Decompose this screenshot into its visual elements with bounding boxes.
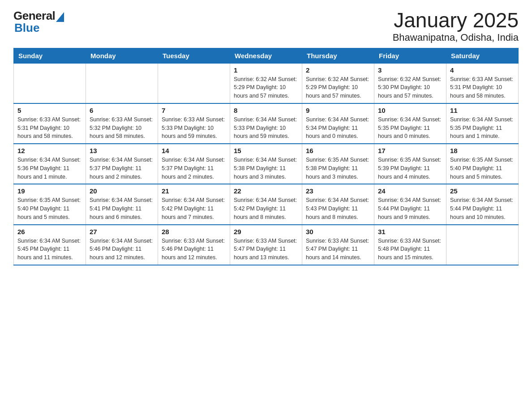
day-info: Sunrise: 6:34 AM Sunset: 5:35 PM Dayligh… (378, 116, 442, 141)
day-info: Sunrise: 6:33 AM Sunset: 5:47 PM Dayligh… (234, 237, 298, 262)
calendar-cell: 11Sunrise: 6:34 AM Sunset: 5:35 PM Dayli… (446, 103, 519, 144)
day-number: 12 (17, 147, 82, 154)
day-number: 10 (378, 107, 442, 114)
day-info: Sunrise: 6:34 AM Sunset: 5:38 PM Dayligh… (234, 156, 298, 181)
day-number: 26 (17, 228, 82, 235)
day-number: 29 (234, 228, 298, 235)
day-number: 30 (306, 228, 370, 235)
calendar-cell: 7Sunrise: 6:33 AM Sunset: 5:33 PM Daylig… (158, 103, 230, 144)
day-number: 28 (162, 228, 226, 235)
weekday-header-monday: Monday (86, 48, 158, 63)
calendar-cell: 27Sunrise: 6:34 AM Sunset: 5:46 PM Dayli… (86, 225, 158, 265)
calendar-cell: 16Sunrise: 6:35 AM Sunset: 5:38 PM Dayli… (302, 144, 374, 184)
day-number: 20 (90, 187, 154, 195)
day-info: Sunrise: 6:32 AM Sunset: 5:30 PM Dayligh… (378, 75, 442, 100)
calendar-cell: 20Sunrise: 6:34 AM Sunset: 5:41 PM Dayli… (86, 184, 158, 224)
calendar-cell: 26Sunrise: 6:34 AM Sunset: 5:45 PM Dayli… (14, 225, 86, 265)
day-info: Sunrise: 6:34 AM Sunset: 5:42 PM Dayligh… (162, 196, 226, 221)
title-area: January 2025 Bhawanipatna, Odisha, India (393, 9, 519, 43)
day-info: Sunrise: 6:35 AM Sunset: 5:39 PM Dayligh… (378, 156, 442, 181)
weekday-header-friday: Friday (374, 48, 446, 63)
day-info: Sunrise: 6:34 AM Sunset: 5:44 PM Dayligh… (450, 196, 515, 221)
day-info: Sunrise: 6:34 AM Sunset: 5:44 PM Dayligh… (378, 196, 442, 221)
day-info: Sunrise: 6:34 AM Sunset: 5:36 PM Dayligh… (17, 156, 82, 181)
day-info: Sunrise: 6:33 AM Sunset: 5:31 PM Dayligh… (450, 75, 515, 100)
day-number: 22 (234, 187, 298, 195)
calendar-cell: 25Sunrise: 6:34 AM Sunset: 5:44 PM Dayli… (446, 184, 519, 224)
day-info: Sunrise: 6:34 AM Sunset: 5:34 PM Dayligh… (306, 116, 370, 141)
day-info: Sunrise: 6:34 AM Sunset: 5:33 PM Dayligh… (234, 116, 298, 141)
calendar-cell: 17Sunrise: 6:35 AM Sunset: 5:39 PM Dayli… (374, 144, 446, 184)
month-title: January 2025 (393, 9, 519, 32)
day-info: Sunrise: 6:35 AM Sunset: 5:40 PM Dayligh… (450, 156, 515, 181)
header: General Blue January 2025 Bhawanipatna, … (13, 9, 519, 43)
day-number: 21 (162, 187, 226, 195)
day-number: 25 (450, 187, 515, 195)
day-number: 11 (450, 107, 515, 114)
weekday-header-thursday: Thursday (302, 48, 374, 63)
day-number: 27 (90, 228, 154, 235)
day-info: Sunrise: 6:34 AM Sunset: 5:42 PM Dayligh… (234, 196, 298, 221)
day-info: Sunrise: 6:34 AM Sunset: 5:37 PM Dayligh… (162, 156, 226, 181)
calendar-cell: 21Sunrise: 6:34 AM Sunset: 5:42 PM Dayli… (158, 184, 230, 224)
logo: General Blue (13, 9, 64, 35)
calendar-cell: 10Sunrise: 6:34 AM Sunset: 5:35 PM Dayli… (374, 103, 446, 144)
calendar-cell (158, 63, 230, 103)
calendar-cell (14, 63, 86, 103)
day-number: 14 (162, 147, 226, 154)
calendar-cell: 29Sunrise: 6:33 AM Sunset: 5:47 PM Dayli… (230, 225, 302, 265)
day-number: 1 (234, 66, 298, 74)
calendar-cell: 23Sunrise: 6:34 AM Sunset: 5:43 PM Dayli… (302, 184, 374, 224)
logo-triangle-icon (56, 12, 64, 22)
day-info: Sunrise: 6:32 AM Sunset: 5:29 PM Dayligh… (306, 75, 370, 100)
day-number: 7 (162, 107, 226, 114)
day-number: 13 (90, 147, 154, 154)
week-row-4: 19Sunrise: 6:35 AM Sunset: 5:40 PM Dayli… (14, 184, 519, 224)
calendar-cell: 15Sunrise: 6:34 AM Sunset: 5:38 PM Dayli… (230, 144, 302, 184)
day-number: 16 (306, 147, 370, 154)
weekday-header-wednesday: Wednesday (230, 48, 302, 63)
week-row-5: 26Sunrise: 6:34 AM Sunset: 5:45 PM Dayli… (14, 225, 519, 265)
calendar-cell: 31Sunrise: 6:33 AM Sunset: 5:48 PM Dayli… (374, 225, 446, 265)
calendar-cell: 19Sunrise: 6:35 AM Sunset: 5:40 PM Dayli… (14, 184, 86, 224)
svg-marker-0 (56, 12, 64, 22)
day-info: Sunrise: 6:34 AM Sunset: 5:45 PM Dayligh… (17, 237, 82, 262)
day-number: 2 (306, 66, 370, 74)
calendar-cell (86, 63, 158, 103)
calendar-cell: 5Sunrise: 6:33 AM Sunset: 5:31 PM Daylig… (14, 103, 86, 144)
logo-blue-text: Blue (14, 21, 39, 34)
day-info: Sunrise: 6:33 AM Sunset: 5:32 PM Dayligh… (90, 116, 154, 141)
weekday-header-row: SundayMondayTuesdayWednesdayThursdayFrid… (14, 48, 519, 63)
calendar-cell: 1Sunrise: 6:32 AM Sunset: 5:29 PM Daylig… (230, 63, 302, 103)
location-title: Bhawanipatna, Odisha, India (393, 32, 519, 43)
day-number: 3 (378, 66, 442, 74)
calendar-cell: 6Sunrise: 6:33 AM Sunset: 5:32 PM Daylig… (86, 103, 158, 144)
day-info: Sunrise: 6:34 AM Sunset: 5:35 PM Dayligh… (450, 116, 515, 141)
week-row-1: 1Sunrise: 6:32 AM Sunset: 5:29 PM Daylig… (14, 63, 519, 103)
weekday-header-sunday: Sunday (14, 48, 86, 63)
calendar-table: SundayMondayTuesdayWednesdayThursdayFrid… (13, 48, 519, 265)
day-info: Sunrise: 6:35 AM Sunset: 5:38 PM Dayligh… (306, 156, 370, 181)
day-info: Sunrise: 6:33 AM Sunset: 5:33 PM Dayligh… (162, 116, 226, 141)
weekday-header-tuesday: Tuesday (158, 48, 230, 63)
day-number: 18 (450, 147, 515, 154)
day-info: Sunrise: 6:34 AM Sunset: 5:43 PM Dayligh… (306, 196, 370, 221)
day-number: 23 (306, 187, 370, 195)
day-info: Sunrise: 6:33 AM Sunset: 5:46 PM Dayligh… (162, 237, 226, 262)
week-row-3: 12Sunrise: 6:34 AM Sunset: 5:36 PM Dayli… (14, 144, 519, 184)
calendar-cell: 4Sunrise: 6:33 AM Sunset: 5:31 PM Daylig… (446, 63, 519, 103)
day-number: 5 (17, 107, 82, 114)
calendar-cell: 2Sunrise: 6:32 AM Sunset: 5:29 PM Daylig… (302, 63, 374, 103)
calendar-cell: 8Sunrise: 6:34 AM Sunset: 5:33 PM Daylig… (230, 103, 302, 144)
day-info: Sunrise: 6:33 AM Sunset: 5:31 PM Dayligh… (17, 116, 82, 141)
calendar-cell (446, 225, 519, 265)
calendar-cell: 18Sunrise: 6:35 AM Sunset: 5:40 PM Dayli… (446, 144, 519, 184)
calendar-cell: 22Sunrise: 6:34 AM Sunset: 5:42 PM Dayli… (230, 184, 302, 224)
day-number: 4 (450, 66, 515, 74)
day-number: 24 (378, 187, 442, 195)
day-number: 15 (234, 147, 298, 154)
calendar-cell: 12Sunrise: 6:34 AM Sunset: 5:36 PM Dayli… (14, 144, 86, 184)
calendar-cell: 14Sunrise: 6:34 AM Sunset: 5:37 PM Dayli… (158, 144, 230, 184)
calendar-cell: 9Sunrise: 6:34 AM Sunset: 5:34 PM Daylig… (302, 103, 374, 144)
day-info: Sunrise: 6:35 AM Sunset: 5:40 PM Dayligh… (17, 196, 82, 221)
